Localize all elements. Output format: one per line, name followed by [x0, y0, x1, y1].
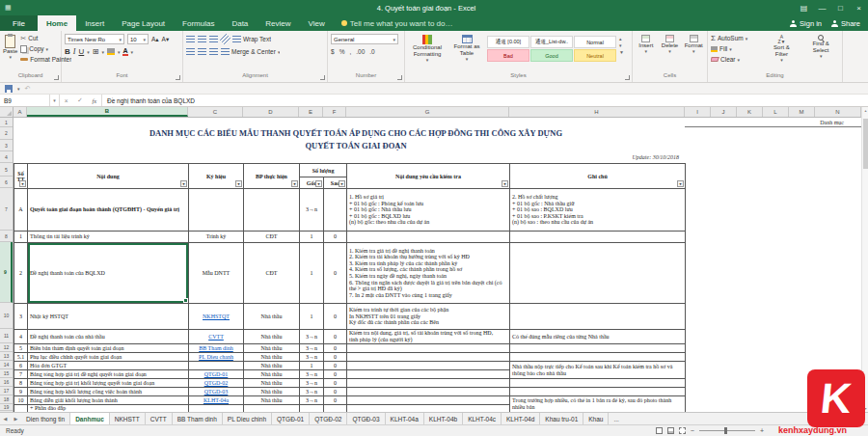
- row-header-5[interactable]: 5: [0, 163, 13, 177]
- grid-cell[interactable]: [510, 344, 686, 353]
- name-box[interactable]: B9: [0, 95, 50, 106]
- grid-cell[interactable]: Nhà thầu: [244, 353, 300, 362]
- worksheet-area[interactable]: Danh mục DANH MỤC CÁC BIỂU MẪU THANH QUY…: [14, 118, 861, 412]
- sheet-tab-KLHT-04c[interactable]: KLHT-04c: [463, 413, 502, 424]
- find-select-button[interactable]: Find &Select▾: [802, 33, 839, 60]
- format-cells-button[interactable]: Format▾: [683, 33, 704, 55]
- filter-dropdown-icon[interactable]: ▾: [19, 180, 26, 187]
- orientation-icon[interactable]: [220, 34, 231, 44]
- column-header-G[interactable]: G: [346, 107, 509, 117]
- grid-cell[interactable]: 7: [14, 370, 28, 379]
- undo-icon[interactable]: ↶: [25, 85, 31, 93]
- page-layout-view-icon[interactable]: [667, 427, 674, 434]
- grid-cell[interactable]: Hóa đơn GTGT: [28, 362, 189, 370]
- link-BB-Tham-dinh[interactable]: BB Tham dinh: [189, 344, 244, 353]
- sheet-tab-Danhmuc[interactable]: Danhmuc: [70, 413, 110, 424]
- grow-font-icon[interactable]: A▴: [151, 36, 159, 43]
- grid-cell[interactable]: Nhà thầu: [244, 330, 300, 344]
- grid-cell[interactable]: Nhà thầu: [244, 304, 300, 330]
- grid-cell[interactable]: Đề nghị thanh toán của nhà thầu: [28, 330, 189, 344]
- row-header-13[interactable]: 13: [0, 352, 13, 361]
- minimize-button[interactable]: —: [813, 0, 831, 15]
- row-header-4[interactable]: 4: [0, 151, 13, 163]
- cell-style-Normal[interactable]: Normal: [574, 36, 616, 48]
- percent-format-icon[interactable]: %: [339, 48, 345, 55]
- normal-view-icon[interactable]: [656, 427, 663, 434]
- row-header-10[interactable]: 10: [0, 303, 13, 329]
- grid-cell[interactable]: [189, 189, 244, 232]
- clipboard-dialog-launcher-icon[interactable]: [54, 75, 59, 80]
- zoom-slider-thumb[interactable]: [724, 427, 727, 434]
- grid-cell[interactable]: 0: [324, 243, 347, 304]
- link-QTGD-01[interactable]: QTGD-01: [189, 370, 244, 379]
- grid-cell[interactable]: [347, 353, 510, 362]
- row-header-3[interactable]: 3: [0, 140, 13, 151]
- grid-cell[interactable]: Bảng tổng hợp giá trị khối lượng quyết t…: [28, 379, 189, 388]
- sheet-tabs-more-button[interactable]: ...: [609, 413, 623, 424]
- name-box-dropdown-icon[interactable]: ▾: [50, 95, 60, 106]
- grid-cell[interactable]: 2. Hồ sơ chất lượng + 01 bộ gốc : Nhà th…: [510, 189, 686, 232]
- grid-cell[interactable]: Nhà thầu: [244, 362, 300, 370]
- sheet-title-line2[interactable]: QUYẾT TOÁN GIAI ĐOẠN: [27, 140, 685, 151]
- tab-data[interactable]: Data: [223, 15, 257, 31]
- link-KLHT-04a[interactable]: KLHT-04a: [189, 396, 244, 405]
- link-PL-Dieu-chanh[interactable]: PL Dieu chanh: [189, 353, 244, 362]
- sheet-nav-prev-icon[interactable]: ◀: [0, 413, 11, 424]
- row-header-14[interactable]: 14: [0, 361, 13, 369]
- grid-cell[interactable]: 4: [14, 330, 28, 344]
- selected-cell-B9[interactable]: Đề nghị thanh toán của BQLXD: [28, 243, 189, 304]
- column-header-N[interactable]: N: [815, 107, 861, 117]
- grid-cell[interactable]: 1: [300, 243, 324, 304]
- grid-cell[interactable]: Bảng tổng hợp khối lượng công việc hoàn …: [28, 388, 189, 396]
- row-header-17[interactable]: 17: [0, 387, 13, 395]
- alignment-dialog-launcher-icon[interactable]: [320, 75, 325, 80]
- gallery-more-icon[interactable]: ▼: [619, 49, 624, 55]
- column-header-C[interactable]: C: [188, 107, 243, 117]
- number-format-select[interactable]: General▾: [331, 34, 398, 44]
- cell-style-Bad[interactable]: Bad: [487, 49, 529, 62]
- grid-cell[interactable]: Kiểm tra trình tự thời gian của các bộ p…: [347, 304, 510, 330]
- align-left-icon[interactable]: [186, 48, 195, 55]
- grid-cell[interactable]: [189, 362, 244, 370]
- update-date[interactable]: Update: 30/10/2018: [27, 151, 685, 163]
- align-middle-icon[interactable]: [198, 36, 206, 42]
- grid-cell[interactable]: Có thể đúng mẫu riêng của từng Nhà thầu: [510, 330, 686, 344]
- sheet-tab-CVTT[interactable]: CVTT: [146, 413, 173, 424]
- column-header-D[interactable]: D: [243, 107, 299, 117]
- grid-cell[interactable]: 0: [324, 304, 347, 330]
- grid-cell[interactable]: 0: [324, 370, 347, 379]
- link-CVTT[interactable]: CVTT: [189, 330, 244, 344]
- row-header-7[interactable]: 7: [0, 188, 13, 231]
- grid-cell[interactable]: 3→n: [300, 370, 324, 379]
- cell-style-通道_List-dw..[interactable]: 通道_List-dw..: [530, 36, 573, 48]
- merge-center-button[interactable]: Merge & Center▾: [221, 46, 280, 57]
- zoom-slider[interactable]: [699, 430, 755, 431]
- grid-cell[interactable]: 3→n: [300, 344, 324, 353]
- filter-dropdown-icon[interactable]: ▾: [339, 180, 345, 187]
- tab-page-layout[interactable]: Page Layout: [113, 15, 174, 31]
- styles-dialog-launcher-icon[interactable]: [625, 75, 630, 80]
- row-header-15[interactable]: 15: [0, 369, 13, 378]
- grid-cell[interactable]: [244, 189, 300, 232]
- grid-cell[interactable]: Quyết toán giai đoạn hoàn thành (QTGĐHT)…: [28, 189, 189, 232]
- conditional-formatting-button[interactable]: ConditionalFormatting▾: [408, 33, 447, 64]
- zoom-in-button[interactable]: +: [760, 427, 764, 434]
- grid-cell[interactable]: CĐT: [244, 243, 300, 304]
- grid-cell[interactable]: Nhà thầu: [244, 370, 300, 379]
- filter-dropdown-icon[interactable]: ▾: [315, 180, 322, 187]
- sheet-tab-QTGĐ-01[interactable]: QTGĐ-01: [272, 413, 310, 424]
- sheet-tab-QTGĐ-03[interactable]: QTGĐ-03: [347, 413, 385, 424]
- tab-insert[interactable]: Insert: [76, 15, 113, 31]
- grid-cell[interactable]: [510, 379, 686, 388]
- link-QTGD-02[interactable]: QTGD-02: [189, 379, 244, 388]
- gallery-scroll[interactable]: ▴ ▾ ▼: [619, 36, 624, 55]
- grid-cell[interactable]: Mẫu DNTT: [189, 243, 244, 304]
- grid-cell[interactable]: 0: [324, 362, 347, 370]
- grid-cell[interactable]: 10: [14, 396, 28, 405]
- grid-cell[interactable]: 1: [300, 362, 324, 370]
- grid-cell[interactable]: 1: [300, 304, 324, 330]
- accounting-format-icon[interactable]: $: [331, 48, 335, 55]
- restore-button[interactable]: □: [831, 0, 850, 15]
- underline-button[interactable]: U: [78, 47, 84, 56]
- grid-cell[interactable]: Phụ lục điều chỉnh quyết toán giai đoạn: [28, 353, 189, 362]
